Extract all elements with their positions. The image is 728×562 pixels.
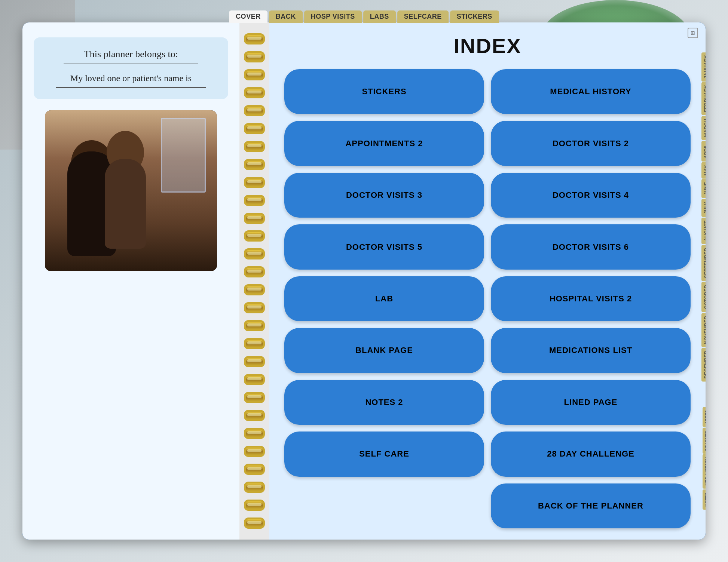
top-navigation: COVER BACK HOSP VISITS LABS SELFCARE STI… — [229, 10, 499, 23]
spiral-ring — [244, 356, 265, 367]
spiral-ring — [244, 213, 265, 224]
spiral-ring — [244, 230, 265, 242]
bottom-tab-appts[interactable]: APPTS — [703, 407, 706, 427]
index-btn-appointments2[interactable]: APPOINTMENTS 2 — [284, 121, 484, 166]
spiral-ring — [244, 392, 265, 403]
month-tab-august[interactable]: AUGUST — [701, 218, 706, 244]
planner: This planner belongs to: My loved one or… — [22, 22, 706, 540]
month-tab-march[interactable]: MARCH — [701, 116, 706, 140]
ownership-card: This planner belongs to: My loved one or… — [34, 37, 228, 99]
spiral-ring — [244, 500, 265, 511]
page-icon[interactable]: ⊞ — [688, 28, 698, 38]
month-tab-may[interactable]: MAY — [701, 162, 706, 179]
nav-tab-back[interactable]: BACK — [269, 10, 303, 23]
spiral-ring — [244, 266, 265, 277]
spiral-ring — [244, 177, 265, 188]
spiral-ring — [244, 33, 265, 44]
month-tab-september[interactable]: SEPTEMBER — [701, 245, 706, 281]
ownership-line1: This planner belongs to: — [49, 49, 213, 60]
month-tab-january[interactable]: JANUARY — [701, 52, 706, 82]
spiral-ring — [244, 123, 265, 134]
month-tab-november[interactable]: NOVEMBER — [701, 313, 706, 347]
index-title: INDEX — [284, 34, 691, 58]
nav-tab-hosp-visits[interactable]: HOSP VISITS — [304, 10, 362, 23]
month-tab-july[interactable]: JULY — [701, 199, 706, 217]
index-btn-medications-list[interactable]: MEDICATIONS LIST — [491, 328, 691, 373]
index-btn-doctor-visits6[interactable]: DOCTOR VISITS 6 — [491, 224, 691, 269]
index-btn-hospital-visits2[interactable]: HOSPITAL VISITS 2 — [491, 276, 691, 321]
index-btn-back-of-planner[interactable]: BACK OF THE PLANNER — [491, 483, 691, 528]
index-btn-stickers[interactable]: STICKERS — [284, 69, 484, 114]
month-tabs: JANUARY FEBRUARY MARCH APRIL MAY JUNE JU… — [701, 52, 706, 381]
spiral-ring — [244, 195, 265, 206]
index-btn-blank-page[interactable]: BLANK PAGE — [284, 328, 484, 373]
spiral-ring — [244, 105, 265, 116]
index-btn-lab[interactable]: LAB — [284, 276, 484, 321]
index-btn-lined-page[interactable]: LINED PAGE — [491, 380, 691, 425]
spiral-ring — [244, 284, 265, 295]
photo-window — [161, 118, 206, 193]
spiral-ring — [244, 69, 265, 80]
spiral-ring — [244, 482, 265, 493]
bottom-tab-med-history[interactable]: MED HISTORY — [703, 454, 706, 489]
spiral-ring — [244, 87, 265, 98]
spiral-ring — [244, 51, 265, 62]
spiral-ring — [244, 320, 265, 331]
nav-tab-cover[interactable]: COVER — [229, 10, 267, 23]
month-tab-october[interactable]: OCTOBER — [701, 282, 706, 312]
nav-tab-selfcare[interactable]: SELFCARE — [397, 10, 449, 23]
spiral-ring — [244, 141, 265, 152]
index-btn-notes2[interactable]: NOTES 2 — [284, 380, 484, 425]
spiral-binding — [239, 22, 269, 540]
index-btn-doctor-visits2[interactable]: DOCTOR VISITS 2 — [491, 121, 691, 166]
index-btn-medical-history[interactable]: MEDICAL HISTORY — [491, 69, 691, 114]
spiral-ring — [244, 248, 265, 259]
photo-person2-body — [105, 159, 146, 249]
spiral-ring — [244, 410, 265, 421]
spiral-ring — [244, 518, 265, 529]
left-page: This planner belongs to: My loved one or… — [22, 22, 239, 540]
index-btn-28day-challenge[interactable]: 28 DAY CHALLENGE — [491, 432, 691, 476]
index-btn-doctor-visits4[interactable]: DOCTOR VISITS 4 — [491, 173, 691, 218]
spiral-ring — [244, 302, 265, 313]
bottom-tabs: APPTS DR VISITS MED HISTORY NOTES — [703, 407, 706, 510]
divider1 — [64, 64, 198, 64]
index-btn-self-care[interactable]: SELF CARE — [284, 432, 484, 476]
month-tab-june[interactable]: JUNE — [701, 179, 706, 198]
nav-tab-stickers[interactable]: STICKERS — [450, 10, 499, 23]
divider2 — [56, 87, 206, 88]
index-grid: STICKERS MEDICAL HISTORY APPOINTMENTS 2 … — [284, 69, 691, 528]
spiral-ring — [244, 446, 265, 457]
bottom-tab-notes[interactable]: NOTES — [703, 489, 706, 510]
photo-figure — [45, 110, 217, 271]
month-tab-december[interactable]: DECEMBER — [701, 348, 706, 381]
spiral-ring — [244, 374, 265, 385]
photo-area — [45, 110, 217, 271]
month-tab-february[interactable]: FEBRUARY — [701, 82, 706, 115]
spiral-ring — [244, 338, 265, 349]
index-btn-doctor-visits3[interactable]: DOCTOR VISITS 3 — [284, 173, 484, 218]
spiral-ring — [244, 428, 265, 439]
index-btn-doctor-visits5[interactable]: DOCTOR VISITS 5 — [284, 224, 484, 269]
bottom-tab-dr-visits[interactable]: DR VISITS — [703, 428, 706, 454]
spiral-ring — [244, 159, 265, 170]
spiral-ring — [244, 464, 265, 475]
nav-tab-labs[interactable]: LABS — [363, 10, 396, 23]
month-tab-april[interactable]: APRIL — [701, 141, 706, 162]
ownership-line2: My loved one or patient's name is — [49, 73, 213, 83]
right-page: ⊞ INDEX STICKERS MEDICAL HISTORY APPOINT… — [269, 22, 706, 540]
